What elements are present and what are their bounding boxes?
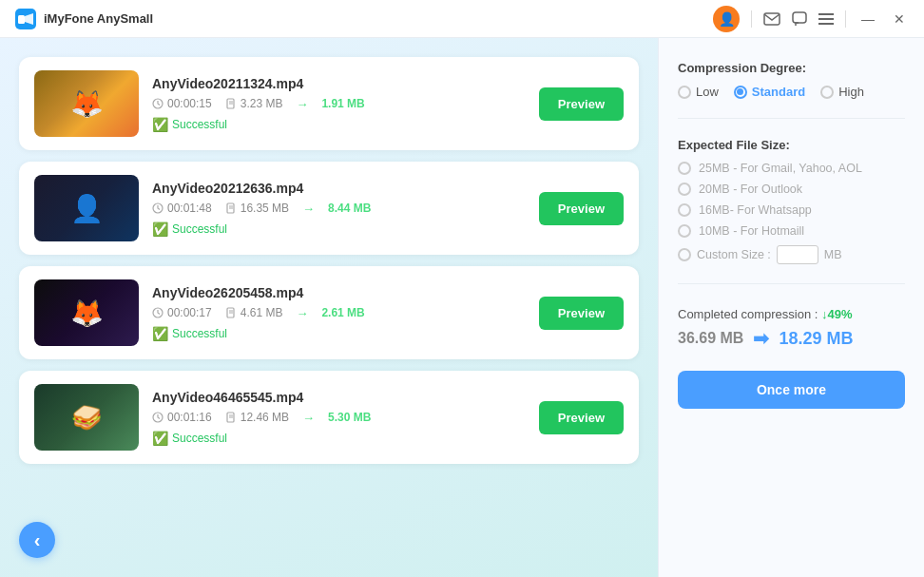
left-panel: AnyVideo20211324.mp4 00:00:15 3.23 MB → … — [0, 38, 658, 577]
expected-size-section: Expected File Size: 25MB - For Gmail, Ya… — [678, 138, 905, 264]
option-low[interactable]: Low — [678, 85, 719, 99]
mail-icon-button[interactable] — [763, 12, 780, 26]
original-size: 16.35 MB — [241, 202, 289, 215]
video-card: AnyVideo46465545.mp4 00:01:16 12.46 MB →… — [19, 371, 639, 464]
status-text: Successful — [172, 327, 227, 340]
option-high[interactable]: High — [820, 85, 864, 99]
file-icon — [225, 98, 237, 109]
radio-high — [820, 86, 834, 99]
status-text: Successful — [172, 118, 227, 131]
duration: 00:01:16 — [167, 411, 212, 424]
arrow-icon: → — [296, 97, 308, 111]
check-icon: ✅ — [152, 326, 168, 341]
svg-rect-4 — [793, 12, 806, 23]
compressed-size: 5.30 MB — [328, 411, 371, 424]
video-name: AnyVideo46465545.mp4 — [152, 390, 526, 405]
size-25mb-option[interactable]: 25MB - For Gmail, Yahoo, AOL — [678, 162, 905, 175]
arrow-icon: → — [296, 306, 308, 320]
arrow-icon: → — [302, 411, 315, 425]
radio-custom — [678, 248, 691, 261]
back-button[interactable]: ‹ — [19, 522, 55, 558]
radio-25mb — [678, 162, 691, 175]
preview-button[interactable]: Preview — [539, 401, 624, 434]
video-thumbnail — [34, 279, 139, 346]
compression-degree-options: Low Standard High — [678, 85, 905, 99]
duration: 00:00:17 — [167, 306, 212, 319]
option-standard-label: Standard — [752, 85, 805, 99]
size-20mb-label: 20MB - For Outlook — [699, 183, 802, 196]
compressed-size: 8.44 MB — [328, 202, 371, 215]
duration-item: 00:00:17 — [152, 306, 212, 319]
preview-button[interactable]: Preview — [539, 297, 624, 330]
radio-standard — [734, 86, 747, 99]
size-10mb-option[interactable]: 10MB - For Hotmaill — [678, 224, 905, 238]
option-standard[interactable]: Standard — [734, 85, 805, 99]
main-content: AnyVideo20211324.mp4 00:00:15 3.23 MB → … — [0, 38, 924, 577]
completed-label: Completed compression : ↓49% — [678, 307, 905, 321]
check-icon: ✅ — [152, 221, 168, 237]
video-info: AnyVideo46465545.mp4 00:01:16 12.46 MB →… — [152, 390, 526, 446]
video-meta: 00:01:16 12.46 MB → 5.30 MB — [152, 411, 526, 425]
video-status: ✅ Successful — [152, 117, 526, 132]
video-status: ✅ Successful — [152, 221, 526, 237]
user-icon: 👤 — [719, 11, 735, 27]
user-avatar-button[interactable]: 👤 — [713, 6, 740, 32]
compression-degree-label: Compression Degree: — [678, 61, 905, 75]
custom-size-option: Custom Size : MB — [678, 245, 905, 264]
clock-icon — [152, 98, 164, 109]
close-button[interactable]: ✕ — [890, 10, 909, 29]
titlebar-left: iMyFone AnySmall — [15, 9, 153, 29]
original-size: 4.61 MB — [241, 306, 283, 319]
size-item: 3.23 MB — [225, 97, 283, 110]
original-total-size: 36.69 MB — [678, 330, 743, 347]
radio-20mb — [678, 183, 691, 196]
check-icon: ✅ — [152, 431, 168, 446]
titlebar-right: 👤 — ✕ — [713, 6, 909, 32]
chat-icon-button[interactable] — [792, 11, 807, 27]
duration-item: 00:01:16 — [152, 411, 212, 424]
radio-16mb — [678, 203, 691, 217]
result-sizes: 36.69 MB ➡ 18.29 MB — [678, 327, 905, 350]
clock-icon — [152, 202, 164, 214]
video-name: AnyVideo20211324.mp4 — [152, 76, 526, 91]
status-text: Successful — [172, 222, 227, 236]
menu-icon-button[interactable] — [818, 12, 834, 26]
preview-button[interactable]: Preview — [539, 87, 624, 121]
clock-icon — [152, 307, 164, 318]
clock-icon — [152, 412, 164, 423]
divider — [678, 118, 905, 119]
compression-degree-section: Compression Degree: Low Standard High — [678, 61, 905, 99]
video-info: AnyVideo20212636.mp4 00:01:48 16.35 MB →… — [152, 181, 526, 237]
expected-size-label: Expected File Size: — [678, 138, 905, 152]
video-name: AnyVideo20212636.mp4 — [152, 181, 526, 196]
video-name: AnyVideo26205458.mp4 — [152, 285, 526, 300]
file-icon — [225, 202, 237, 214]
video-thumbnail — [34, 384, 139, 451]
file-icon — [225, 307, 237, 318]
once-more-button[interactable]: Once more — [678, 371, 905, 409]
size-20mb-option[interactable]: 20MB - For Outlook — [678, 183, 905, 196]
compression-percent: ↓49% — [821, 307, 853, 321]
size-16mb-option[interactable]: 16MB- For Whatsapp — [678, 203, 905, 217]
custom-size-input[interactable] — [777, 245, 818, 264]
original-size: 12.46 MB — [241, 411, 289, 424]
video-status: ✅ Successful — [152, 431, 526, 446]
separator — [751, 10, 752, 28]
video-info: AnyVideo20211324.mp4 00:00:15 3.23 MB → … — [152, 76, 526, 132]
custom-size-unit: MB — [824, 248, 842, 261]
video-card: AnyVideo20211324.mp4 00:00:15 3.23 MB → … — [19, 57, 639, 150]
compression-result-section: Completed compression : ↓49% 36.69 MB ➡ … — [678, 307, 905, 350]
svg-rect-1 — [18, 15, 25, 24]
file-icon — [225, 412, 237, 423]
preview-button[interactable]: Preview — [539, 192, 624, 225]
video-info: AnyVideo26205458.mp4 00:00:17 4.61 MB → … — [152, 285, 526, 341]
video-status: ✅ Successful — [152, 326, 526, 341]
result-arrow-icon: ➡ — [753, 327, 769, 350]
video-meta: 00:00:17 4.61 MB → 2.61 MB — [152, 306, 526, 320]
video-card: AnyVideo20212636.mp4 00:01:48 16.35 MB →… — [19, 162, 639, 255]
minimize-button[interactable]: — — [857, 10, 878, 29]
titlebar: iMyFone AnySmall 👤 — ✕ — [0, 0, 924, 38]
radio-low — [678, 86, 691, 99]
option-high-label: High — [838, 85, 864, 99]
video-meta: 00:01:48 16.35 MB → 8.44 MB — [152, 202, 526, 216]
